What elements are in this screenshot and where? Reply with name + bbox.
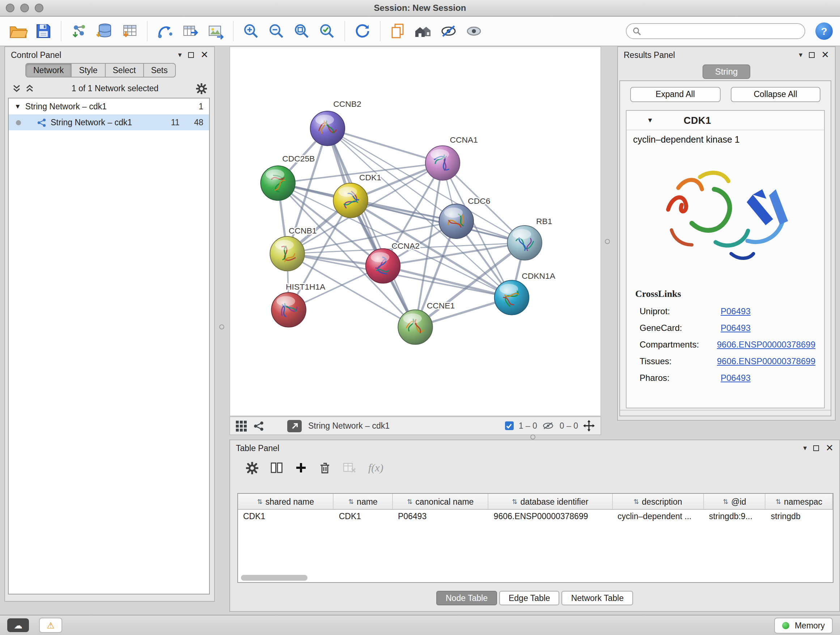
collapse-all-icon[interactable] (12, 84, 21, 93)
zoom-out-button[interactable] (265, 20, 287, 42)
network-node-CCNA2[interactable] (366, 249, 400, 283)
network-edge-CCNB2-CCNA1[interactable] (327, 128, 442, 163)
float-panel-icon[interactable] (813, 445, 819, 451)
crosslink-value-link[interactable]: P06493 (721, 373, 751, 383)
column-header-name[interactable]: ⇅name (334, 494, 393, 509)
network-node-CCNB1[interactable] (270, 236, 304, 271)
network-edge-CCNB2-CCNE1[interactable] (327, 128, 415, 327)
show-columns-icon[interactable] (271, 462, 283, 473)
zoom-selected-button[interactable] (316, 20, 338, 42)
save-session-button[interactable] (33, 20, 54, 42)
table-cell[interactable]: CDK1 (334, 510, 393, 524)
entry-collapse-icon[interactable]: ▼ (647, 117, 653, 124)
close-panel-icon[interactable]: ✕ (826, 443, 834, 453)
tab-select[interactable]: Select (105, 63, 144, 78)
column-header-shared-name[interactable]: ⇅shared name (238, 494, 334, 509)
tab-node-table[interactable]: Node Table (436, 591, 497, 605)
import-network-file-button[interactable] (68, 20, 90, 42)
tab-style[interactable]: Style (71, 63, 105, 78)
splitter-handle[interactable] (531, 434, 535, 440)
new-network-from-selection-button[interactable] (154, 20, 176, 42)
export-table-button[interactable] (180, 20, 201, 42)
table-cell[interactable]: stringdb:9... (704, 510, 766, 524)
table-cell[interactable]: CDK1 (238, 510, 334, 524)
float-panel-icon[interactable] (809, 52, 815, 57)
network-row[interactable]: String Network – cdk1 11 48 (9, 114, 209, 130)
table-settings-gear-icon[interactable] (246, 462, 258, 474)
network-node-HIST1H1A[interactable] (271, 293, 306, 327)
table-cell[interactable]: stringdb (766, 510, 833, 524)
scrollbar-thumb[interactable] (241, 575, 308, 581)
zoom-window-button[interactable] (35, 4, 43, 12)
detach-view-button[interactable] (287, 420, 302, 432)
network-graph[interactable]: CCNB2CCNA1CDC25BCDK1CDC6RB1CCNB1CCNA2CDK… (230, 47, 600, 416)
gear-icon[interactable] (196, 83, 207, 94)
network-node-CDKN1A[interactable] (494, 280, 529, 315)
export-image-button[interactable] (205, 20, 226, 42)
help-button[interactable]: ? (815, 22, 833, 40)
column-header-canonical-name[interactable]: ⇅canonical name (393, 494, 489, 509)
tab-string[interactable]: String (703, 65, 750, 79)
collapse-panel-icon[interactable]: ▾ (178, 51, 182, 58)
column-header--id[interactable]: ⇅@id (704, 494, 766, 509)
title-bar[interactable]: Session: New Session (0, 0, 840, 17)
collapse-all-button[interactable]: Collapse All (730, 87, 821, 102)
network-view-canvas[interactable]: CCNB2CCNA1CDC25BCDK1CDC6RB1CCNB1CCNA2CDK… (229, 46, 601, 416)
tab-edge-table[interactable]: Edge Table (499, 591, 560, 605)
expand-all-icon[interactable] (25, 84, 34, 93)
close-panel-icon[interactable]: ✕ (821, 50, 829, 59)
crosslink-value-link[interactable]: 9606.ENSP00000378699 (717, 356, 815, 366)
selected-checkbox-icon[interactable] (505, 421, 514, 430)
table-cell[interactable]: cyclin–dependent ... (613, 510, 704, 524)
crosslink-value-link[interactable]: P06493 (721, 306, 751, 317)
tab-network[interactable]: Network (25, 63, 72, 78)
table-row[interactable]: CDK1CDK1P064939606.ENSP00000378699cyclin… (238, 510, 833, 524)
network-node-CDK1[interactable] (333, 183, 368, 218)
show-all-button[interactable] (463, 20, 485, 42)
open-session-button[interactable] (7, 20, 29, 42)
network-node-RB1[interactable] (508, 226, 542, 260)
close-window-button[interactable] (6, 4, 14, 12)
network-node-CDC6[interactable] (439, 204, 474, 238)
cloud-button[interactable]: ☁ (7, 618, 29, 632)
close-panel-icon[interactable]: ✕ (201, 50, 208, 59)
column-header-description[interactable]: ⇅description (613, 494, 704, 509)
first-neighbors-button[interactable] (412, 20, 434, 42)
tab-sets[interactable]: Sets (143, 63, 175, 78)
results-scrollbar[interactable] (620, 410, 831, 416)
minimize-window-button[interactable] (20, 4, 29, 12)
network-node-CCNA1[interactable] (425, 146, 460, 180)
function-builder-button[interactable]: f(x) (368, 462, 384, 474)
pan-crosshair-icon[interactable] (583, 420, 595, 432)
splitter-handle[interactable] (605, 239, 610, 244)
table-horizontal-scrollbar[interactable] (241, 575, 308, 581)
collection-expand-icon[interactable]: ▼ (14, 103, 21, 110)
delete-column-icon[interactable] (319, 462, 331, 474)
search-field[interactable] (626, 23, 805, 39)
tab-network-table[interactable]: Network Table (562, 591, 633, 605)
float-panel-icon[interactable] (188, 52, 194, 57)
memory-button[interactable]: Memory (775, 617, 833, 633)
table-cell[interactable]: P06493 (393, 510, 489, 524)
expand-all-button[interactable]: Expand All (630, 87, 720, 102)
collapse-panel-icon[interactable]: ▾ (799, 51, 802, 58)
add-column-icon[interactable] (295, 462, 307, 473)
splitter-handle[interactable] (219, 325, 224, 329)
table-cell[interactable]: 9606.ENSP00000378699 (489, 510, 613, 524)
crosslink-value-link[interactable]: P06493 (721, 323, 751, 333)
network-node-CCNE1[interactable] (398, 310, 432, 344)
crosslink-value-link[interactable]: 9606.ENSP00000378699 (717, 340, 815, 350)
search-input[interactable] (645, 26, 799, 36)
network-node-CCNB2[interactable] (310, 111, 345, 146)
hide-selected-button[interactable] (438, 20, 459, 42)
network-mode-icon[interactable] (253, 420, 264, 431)
collection-row[interactable]: ▼ String Network – cdk1 1 (9, 98, 209, 114)
import-table-file-button[interactable] (118, 20, 141, 42)
graphics-details-button[interactable] (387, 20, 409, 42)
import-network-database-button[interactable] (93, 20, 115, 42)
zoom-in-button[interactable] (240, 20, 262, 42)
collapse-panel-icon[interactable]: ▾ (803, 444, 807, 451)
column-header-database-identifier[interactable]: ⇅database identifier (489, 494, 613, 509)
zoom-fit-button[interactable] (291, 20, 313, 42)
network-node-CDC25B[interactable] (261, 166, 295, 200)
